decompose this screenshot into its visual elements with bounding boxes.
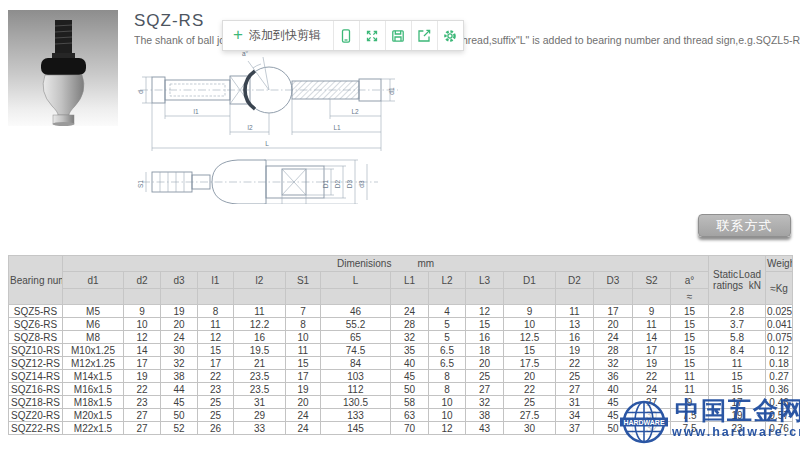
value-cell: 12.5 xyxy=(504,331,556,344)
value-cell: 45 xyxy=(594,396,633,409)
header-dimensions: Dimenisionsmm xyxy=(63,256,709,272)
sub-cell xyxy=(391,289,429,305)
gear-icon xyxy=(442,28,458,44)
value-cell: M8 xyxy=(63,331,124,344)
sub-cell xyxy=(633,289,671,305)
col-D3: D3 xyxy=(594,272,633,289)
fullscreen-button[interactable] xyxy=(359,21,385,50)
value-cell: 74.5 xyxy=(321,344,391,357)
value-cell: 8 xyxy=(198,305,234,318)
value-cell: 20 xyxy=(161,318,198,331)
share-button[interactable] xyxy=(411,21,437,50)
header-weight: Weight xyxy=(766,256,793,272)
value-cell: 55.2 xyxy=(321,318,391,331)
value-cell: 11 xyxy=(671,383,709,396)
col-S1: S1 xyxy=(286,272,321,289)
value-cell: 16 xyxy=(556,331,594,344)
value-cell: 19 xyxy=(556,344,594,357)
sub-cell xyxy=(466,289,504,305)
col-L2: L2 xyxy=(429,272,466,289)
static-word: ratings xyxy=(713,280,743,291)
value-cell: 58 xyxy=(391,396,429,409)
value-cell: 0.76 xyxy=(766,422,793,435)
col-d1: d1 xyxy=(63,272,124,289)
col-L3: L3 xyxy=(466,272,504,289)
value-cell: 10 xyxy=(286,331,321,344)
add-to-quickclip-button[interactable]: + 添加到快剪辑 xyxy=(223,21,333,50)
value-cell: 37 xyxy=(556,422,594,435)
value-cell: M16x1.5 xyxy=(63,383,124,396)
svg-text:a°: a° xyxy=(242,50,249,57)
value-cell: 15 xyxy=(671,357,709,370)
svg-text:L2: L2 xyxy=(351,108,359,115)
value-cell: 38 xyxy=(466,409,504,422)
value-cell: 17 xyxy=(594,305,633,318)
sub-cell xyxy=(63,289,124,305)
col-S2: S2 xyxy=(633,272,671,289)
settings-button[interactable] xyxy=(437,21,463,50)
value-cell: 133 xyxy=(321,409,391,422)
value-cell: 22 xyxy=(556,357,594,370)
svg-text:d1: d1 xyxy=(388,87,395,95)
value-cell: 17 xyxy=(124,357,161,370)
value-cell: 20 xyxy=(504,370,556,383)
value-cell: 24 xyxy=(286,409,321,422)
bearing-number-cell: SQZ12-RS xyxy=(9,357,63,370)
svg-text:l1: l1 xyxy=(193,108,198,115)
section-view-top: a° d d1 l1 l2 L2 L1 L xyxy=(137,50,398,151)
value-cell: 5.8 xyxy=(709,331,766,344)
value-cell: 9 xyxy=(633,305,671,318)
value-cell: 63 xyxy=(391,409,429,422)
value-cell: 45 xyxy=(594,409,633,422)
send-to-mobile-button[interactable] xyxy=(333,21,359,50)
value-cell: 24 xyxy=(161,331,198,344)
value-cell: 8.4 xyxy=(709,344,766,357)
value-cell: 7 xyxy=(286,305,321,318)
save-button[interactable] xyxy=(385,21,411,50)
col-D2: D2 xyxy=(556,272,594,289)
header-row-sub: ≈ xyxy=(9,289,793,305)
value-cell: 52 xyxy=(161,422,198,435)
value-cell: 19.5 xyxy=(234,344,286,357)
value-cell: 30 xyxy=(504,422,556,435)
bearing-number-cell: SQZ18-RS xyxy=(9,396,63,409)
value-cell: 7.5 xyxy=(671,409,709,422)
value-cell: 34 xyxy=(556,409,594,422)
value-cell: 24 xyxy=(594,331,633,344)
value-cell: 21 xyxy=(234,357,286,370)
col-d3: d3 xyxy=(161,272,198,289)
value-cell: 0.025 xyxy=(766,305,793,318)
value-cell: 0.46 xyxy=(766,396,793,409)
value-cell: 27 xyxy=(124,422,161,435)
value-cell: 32 xyxy=(161,357,198,370)
add-to-quickclip-label: 添加到快剪辑 xyxy=(249,27,321,44)
value-cell: 29 xyxy=(234,409,286,422)
value-cell: 6.5 xyxy=(429,357,466,370)
value-cell: 23 xyxy=(198,383,234,396)
table-row: SQZ12-RSM12x1.25173217211584406.52017.52… xyxy=(9,357,793,370)
value-cell: 50 xyxy=(594,422,633,435)
value-cell: 20 xyxy=(286,396,321,409)
contact-info-button[interactable]: 联系方式 xyxy=(698,214,791,237)
table-row: SQZ16-RSM16x1.522442323.5191125082722274… xyxy=(9,383,793,396)
value-cell: 24 xyxy=(286,422,321,435)
col-l1: l1 xyxy=(198,272,234,289)
value-cell: 27.5 xyxy=(504,409,556,422)
save-icon xyxy=(390,28,406,44)
value-cell: 15 xyxy=(709,370,766,383)
value-cell: M14x1.5 xyxy=(63,370,124,383)
value-cell: 4 xyxy=(429,305,466,318)
value-cell: 0.18 xyxy=(766,357,793,370)
sub-cell xyxy=(594,289,633,305)
value-cell: 40 xyxy=(594,383,633,396)
sub-cell xyxy=(198,289,234,305)
col-l2: l2 xyxy=(234,272,286,289)
value-cell: 32 xyxy=(594,357,633,370)
value-cell: 30 xyxy=(161,344,198,357)
value-cell: 10 xyxy=(124,318,161,331)
value-cell: 6.5 xyxy=(429,344,466,357)
value-cell: 32 xyxy=(466,396,504,409)
svg-text:L1: L1 xyxy=(333,124,341,131)
value-cell: 12 xyxy=(466,305,504,318)
value-cell: 40 xyxy=(391,357,429,370)
